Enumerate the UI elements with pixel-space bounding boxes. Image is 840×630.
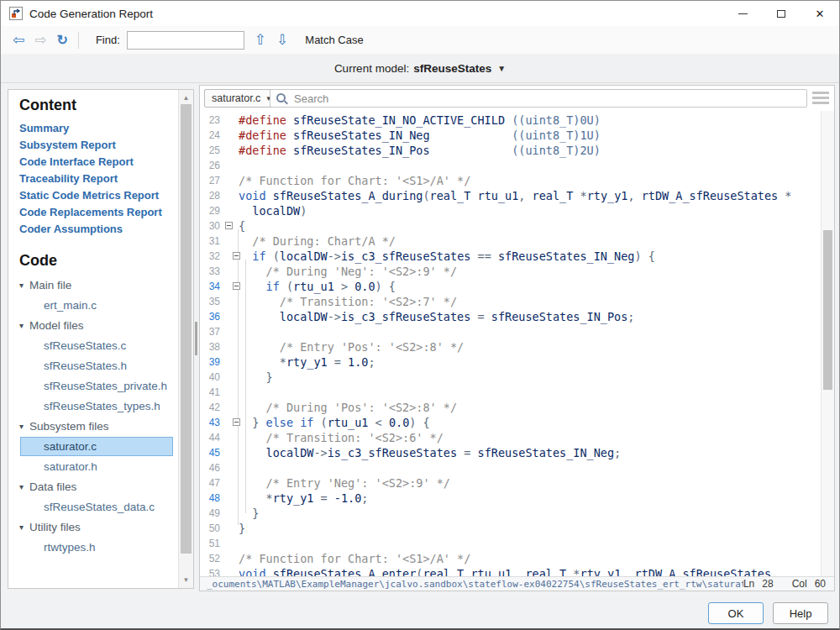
line-number[interactable]: 34 [200, 279, 225, 294]
tree-group-label: Utility files [29, 521, 81, 533]
tree-file-sfreusestates-c[interactable]: sfReuseStates.c [20, 336, 173, 355]
content-link-code-replacements-report[interactable]: Code Replacements Report [19, 204, 178, 221]
find-input[interactable] [127, 31, 244, 50]
tree-group-label: Data files [29, 480, 76, 493]
code-line-35[interactable]: 35 /* Transition: '<S2>:7' */ [200, 294, 821, 309]
code-line-44[interactable]: 44 /* Transition: '<S2>:6' */ [200, 430, 821, 445]
content-link-coder-assumptions[interactable]: Coder Assumptions [19, 221, 178, 238]
line-number[interactable]: 48 [200, 491, 225, 506]
line-number[interactable]: 39 [200, 354, 225, 370]
collapse-icon[interactable] [233, 252, 240, 260]
content-link-code-interface-report[interactable]: Code Interface Report [19, 154, 178, 171]
tree-group-label: Main file [29, 279, 71, 291]
code-line-32[interactable]: 32 if (localDW->is_c3_sfReuseStates == s… [200, 249, 821, 264]
code-line-39[interactable]: 39 *rty_y1 = 1.0; [200, 354, 821, 370]
code-scrollbar-thumb[interactable] [823, 230, 832, 390]
code-view[interactable]: 23#define sfReuseState_IN_NO_ACTIVE_CHIL… [200, 111, 821, 576]
code-line-41[interactable]: 41 [200, 385, 821, 400]
tree-group-data-files[interactable]: ▾Data files [19, 477, 178, 496]
code-line-40[interactable]: 40 } [200, 370, 821, 385]
tree-file-ert-main-c[interactable]: ert_main.c [20, 296, 173, 315]
tree-group-main-file[interactable]: ▾Main file [19, 276, 178, 295]
tree-file-sfreusestates-private-h[interactable]: sfReuseStates_private.h [20, 376, 173, 396]
line-number: 28 [200, 188, 225, 203]
fold-column [225, 294, 239, 309]
back-button[interactable]: ⇦ [13, 33, 24, 47]
code-line-38[interactable]: 38 /* Entry 'Pos': '<S2>:8' */ [200, 339, 821, 354]
code-scrollbar[interactable] [821, 111, 834, 576]
model-dropdown-caret-icon[interactable]: ▼ [497, 64, 506, 73]
tree-file-saturator-c[interactable]: saturator.c [20, 437, 173, 456]
content-link-static-code-metrics-report[interactable]: Static Code Metrics Report [19, 187, 178, 204]
code-line-47[interactable]: 47 /* Entry 'Neg': '<S2>:9' */ [200, 475, 821, 491]
code-line-36[interactable]: 36 localDW->is_c3_sfReuseStates = sfReus… [200, 309, 821, 324]
content-link-subsystem-report[interactable]: Subsystem Report [19, 137, 178, 154]
line-number: 35 [200, 294, 225, 309]
tree-file-saturator-h[interactable]: saturator.h [20, 457, 173, 476]
tree-group-model-files[interactable]: ▾Model files [19, 316, 178, 335]
find-next-button[interactable]: ⇩ [276, 33, 288, 47]
tree-group-label: Model files [29, 319, 84, 332]
code-line-50[interactable]: 50} [200, 521, 821, 536]
match-case-toggle[interactable]: Match Case [305, 34, 363, 46]
line-number: 29 [200, 203, 225, 218]
code-line-51[interactable]: 51 [200, 536, 821, 551]
file-selector-dropdown[interactable]: saturator.c ▾ [204, 89, 278, 108]
line-number[interactable]: 36 [200, 309, 225, 324]
find-label: Find: [96, 34, 120, 46]
tree-group-subsystem-files[interactable]: ▾Subsystem files [19, 417, 178, 436]
ok-button[interactable]: OK [708, 602, 764, 624]
collapse-icon[interactable] [233, 282, 240, 290]
line-number[interactable]: 45 [200, 445, 225, 460]
tree-file-sfreusestates-types-h[interactable]: sfReuseStates_types.h [20, 396, 173, 416]
find-previous-button[interactable]: ⇧ [255, 33, 266, 47]
code-line-29[interactable]: 29 localDW) [200, 203, 821, 218]
sidebar-scrollbar[interactable]: ▲ ▼ [178, 90, 193, 588]
code-line-30[interactable]: 30{ [200, 218, 821, 234]
code-line-53[interactable]: 53void sfReuseStates_A_enter(real_T rtu_… [200, 566, 821, 576]
code-line-43[interactable]: 43 } else if (rtu_u1 < 0.0) { [200, 415, 821, 430]
code-line-25[interactable]: 25#define sfReuseStates_IN_Pos ((uint8_T… [200, 143, 821, 158]
code-line-31[interactable]: 31 /* During: Chart/A */ [200, 234, 821, 249]
tree-file-sfreusestates-h[interactable]: sfReuseStates.h [20, 356, 173, 375]
code-line-48[interactable]: 48 *rty_y1 = -1.0; [200, 491, 821, 506]
code-line-27[interactable]: 27/* Function for Chart: '<S1>/A' */ [200, 173, 821, 188]
refresh-button[interactable]: ↻ [57, 34, 68, 47]
content-link-summary[interactable]: Summary [19, 120, 178, 137]
code-line-37[interactable]: 37 [200, 324, 821, 339]
tree-caret-icon: ▾ [19, 422, 24, 431]
code-line-52[interactable]: 52/* Function for Chart: '<S1>/A' */ [200, 551, 821, 566]
tree-file-rtwtypes-h[interactable]: rtwtypes.h [20, 538, 173, 557]
help-button[interactable]: Help [773, 602, 828, 624]
collapse-icon[interactable] [233, 418, 240, 426]
code-line-42[interactable]: 42 /* During 'Pos': '<S2>:8' */ [200, 400, 821, 415]
menu-icon[interactable] [812, 92, 829, 107]
code-line-28[interactable]: 28void sfReuseStates_A_during(real_T rtu… [200, 188, 821, 203]
line-number[interactable]: 43 [200, 415, 225, 430]
minimize-icon [738, 13, 748, 14]
code-text: if (rtu_u1 > 0.0) { [239, 279, 396, 294]
code-line-49[interactable]: 49 } [200, 506, 821, 521]
scroll-up-icon[interactable]: ▲ [179, 94, 193, 102]
close-button[interactable]: ✕ [801, 1, 839, 26]
splitter-handle[interactable] [195, 322, 197, 355]
scroll-down-icon[interactable]: ▼ [179, 576, 193, 584]
sidebar-scrollbar-thumb[interactable] [181, 104, 192, 554]
code-line-33[interactable]: 33 /* During 'Neg': '<S2>:9' */ [200, 264, 821, 279]
code-line-45[interactable]: 45 localDW->is_c3_sfReuseStates = sfReus… [200, 445, 821, 460]
tree-group-utility-files[interactable]: ▾Utility files [19, 517, 178, 537]
code-line-23[interactable]: 23#define sfReuseState_IN_NO_ACTIVE_CHIL… [200, 113, 821, 128]
maximize-button[interactable] [762, 1, 801, 26]
model-bar: Current model: sfReuseStates ▼ [1, 54, 839, 83]
code-line-46[interactable]: 46 [200, 460, 821, 475]
code-line-26[interactable]: 26 [200, 158, 821, 173]
fold-column [225, 475, 239, 491]
collapse-icon[interactable] [225, 222, 233, 229]
minimize-button[interactable] [723, 1, 762, 26]
code-search-box[interactable]: Search [270, 89, 807, 108]
tree-file-sfreusestates-data-c[interactable]: sfReuseStates_data.c [20, 497, 173, 517]
code-line-34[interactable]: 34 if (rtu_u1 > 0.0) { [200, 279, 821, 294]
code-line-24[interactable]: 24#define sfReuseStates_IN_Neg ((uint8_T… [200, 128, 821, 143]
forward-button[interactable]: ⇨ [34, 33, 46, 47]
content-link-traceability-report[interactable]: Traceability Report [19, 171, 178, 187]
